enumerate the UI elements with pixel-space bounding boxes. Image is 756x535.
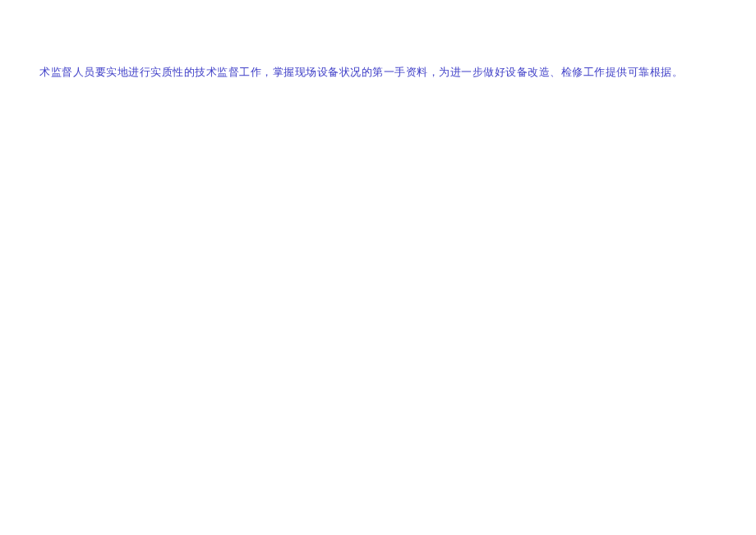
- document-body-text: 术监督人员要实地进行实质性的技术监督工作，掌握现场设备状况的第一手资料，为进一步…: [39, 64, 740, 81]
